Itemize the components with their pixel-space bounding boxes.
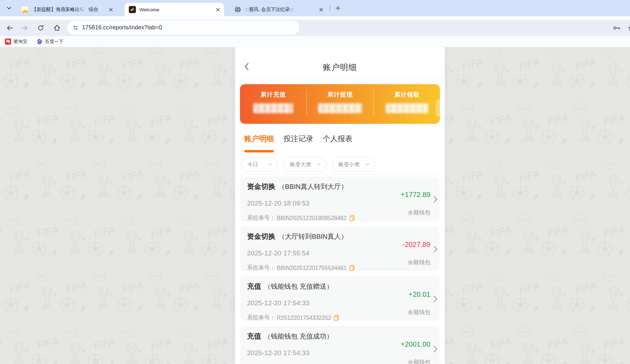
tab-bet-records[interactable]: 投注记录 — [284, 134, 313, 144]
summary-label: 累计领取 — [374, 91, 440, 99]
record-row[interactable]: 资金切换（大厅转到BBIN真人） 2025-12-20 17:55:54 系统单… — [240, 226, 440, 271]
page-title: 账户明细 — [235, 62, 445, 73]
section-divider — [235, 174, 445, 175]
record-title: 充值（钱能钱包 充值成功） — [247, 331, 333, 341]
address-bar[interactable]: 175616.cc/reports/index?tab=0 — [67, 21, 299, 35]
baidu-paw-icon: du — [36, 39, 42, 45]
summary-label: 累计提现 — [307, 91, 373, 99]
chevron-right-icon — [434, 296, 437, 302]
report-tabs: 账户明细 投注记录 个人报表 — [244, 134, 362, 144]
reload-icon — [37, 24, 45, 32]
home-button[interactable] — [51, 22, 63, 34]
bookmark-baidu[interactable]: du 百度一下 — [36, 39, 63, 45]
bookmark-star-button[interactable] — [625, 22, 630, 34]
tab-title: Welcome — [139, 7, 159, 12]
tab-video-records[interactable]: :::视讯, 会员下注纪录::: — [229, 3, 327, 16]
welcome-favicon-icon — [129, 6, 136, 13]
forward-button[interactable] — [19, 22, 31, 34]
filter-category-dropdown[interactable]: 账变大类 — [284, 157, 326, 172]
record-time: 2025-12-20 17:55:54 — [247, 249, 309, 257]
tab-title-fade — [75, 7, 88, 15]
blurred-value — [386, 103, 428, 113]
star-icon — [627, 24, 630, 32]
record-wallet: 余额钱包 — [408, 209, 430, 216]
summary-card: 累计充值 累计提现 累计领取 — [240, 84, 440, 124]
chevron-down-icon — [316, 163, 321, 166]
chevron-down-icon — [365, 163, 370, 166]
filter-label: 账变小类 — [338, 161, 360, 168]
plus-icon — [336, 6, 340, 11]
record-amount: +20.01 — [408, 290, 430, 299]
blurred-value — [318, 103, 362, 113]
record-title: 充值（钱能钱包 充值赠送） — [247, 282, 333, 291]
bookmark-label: 爱淘宝 — [13, 39, 27, 45]
page-content: FIFA — [0, 47, 630, 364]
key-icon — [613, 24, 621, 32]
taobao-icon: 淘 — [5, 39, 11, 45]
record-time: 2025-12-20 17:54:33 — [247, 299, 309, 307]
chevron-right-icon — [434, 246, 437, 253]
copy-icon[interactable] — [349, 215, 355, 221]
tab-forum[interactable]: 【新提醒】海燕策略论坛 - 综合 — [17, 3, 117, 16]
blurred-value — [253, 103, 293, 113]
forward-arrow-icon — [21, 24, 29, 32]
browser-window: 【新提醒】海燕策略论坛 - 综合 Welcome :::视讯, 会员下注纪录::… — [0, 0, 630, 364]
record-wallet: 余额钱包 — [408, 359, 430, 364]
chevron-right-icon — [434, 196, 437, 203]
record-time: 2025-12-20 18:09:53 — [247, 200, 309, 207]
tab-title: 【新提醒】海燕策略论坛 - 综合 — [32, 6, 103, 13]
tab-strip: 【新提醒】海燕策略论坛 - 综合 Welcome :::视讯, 会员下注纪录::… — [0, 0, 630, 16]
summary-total-claim: 累计领取 — [374, 84, 440, 124]
record-title: 资金切换（大厅转到BBIN真人） — [247, 232, 348, 241]
close-tab-icon[interactable] — [108, 7, 114, 12]
tab-personal-report[interactable]: 个人报表 — [323, 134, 353, 144]
record-wallet: 余额钱包 — [408, 309, 430, 316]
tab-title: :::视讯, 会员下注纪录::: — [245, 6, 294, 13]
record-amount: +1772.89 — [401, 191, 430, 199]
filter-label: 账变大类 — [290, 161, 311, 168]
record-time: 2025-12-20 17:54:33 — [247, 349, 309, 357]
copy-icon[interactable] — [349, 265, 355, 271]
filter-date-dropdown[interactable]: 今日 — [241, 157, 278, 172]
record-row[interactable]: 充值（钱能钱包 充值赠送） 2025-12-20 17:54:33 系统单号：R… — [240, 276, 440, 321]
filter-row: 今日 账变大类 账变小类 — [241, 157, 381, 172]
summary-label: 累计充值 — [240, 91, 307, 99]
new-tab-button[interactable] — [333, 4, 343, 13]
record-amount: -2027.89 — [402, 241, 430, 249]
tab-search-button[interactable] — [4, 4, 13, 13]
chevron-down-icon — [268, 163, 272, 166]
close-tab-icon[interactable] — [215, 7, 220, 12]
panel-header: 账户明细 — [235, 47, 445, 78]
globe-icon — [234, 6, 241, 13]
back-button[interactable] — [4, 22, 16, 34]
filter-subcategory-dropdown[interactable]: 账变小类 — [332, 157, 375, 172]
record-row[interactable]: 资金切换（BBIN真人转到大厅） 2025-12-20 18:09:53 系统单… — [240, 177, 440, 221]
account-detail-panel: 账户明细 累计充值 累计提现 累计领取 — [235, 47, 445, 364]
site-settings-icon[interactable] — [73, 25, 79, 31]
summary-total-withdraw: 累计提现 — [307, 84, 373, 124]
close-tab-icon[interactable] — [318, 7, 324, 12]
tab-welcome[interactable]: Welcome — [125, 3, 224, 16]
bookmark-aitaobao[interactable]: 淘 爱淘宝 — [5, 39, 27, 45]
copy-icon[interactable] — [334, 315, 339, 321]
bookmarks-bar: 淘 爱淘宝 du 百度一下 — [0, 36, 630, 47]
record-order: 系统单号：BBIN202512201755534461 — [247, 264, 355, 272]
record-row[interactable]: 充值（钱能钱包 充值成功） 2025-12-20 17:54:33 系统单号：R… — [240, 326, 440, 364]
tab-separator — [330, 5, 330, 11]
toolbar-top-band — [0, 16, 630, 20]
reload-button[interactable] — [35, 22, 47, 34]
record-order: 系统单号：BBIN202512201809528462 — [247, 214, 355, 222]
record-wallet: 余额钱包 — [408, 259, 430, 266]
tab-account-detail[interactable]: 账户明细 — [244, 134, 274, 144]
toolbar: 175616.cc/reports/index?tab=0 — [0, 20, 630, 36]
password-manager-button[interactable] — [611, 22, 623, 34]
record-order: 系统单号：R2512201754332252 — [247, 314, 339, 322]
summary-total-deposit: 累计充值 — [240, 84, 307, 124]
chevron-right-icon — [434, 346, 437, 352]
filter-label: 今日 — [247, 161, 258, 168]
chevron-down-icon — [7, 7, 11, 10]
forum-favicon-icon — [21, 6, 28, 13]
url-text[interactable]: 175616.cc/reports/index?tab=0 — [82, 24, 162, 31]
carousel-peek — [436, 99, 440, 117]
svg-text:du: du — [38, 42, 41, 44]
